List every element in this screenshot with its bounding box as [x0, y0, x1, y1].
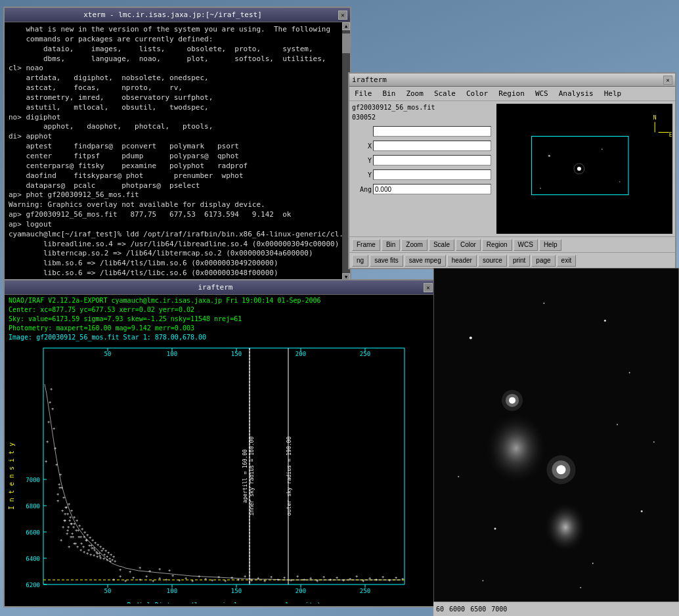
- svg-text:200: 200: [296, 588, 306, 594]
- svg-point-207: [502, 390, 523, 411]
- scrollbar-up[interactable]: ▲: [342, 22, 350, 30]
- btn-header[interactable]: header: [447, 255, 477, 267]
- astro-status-val3: 6500: [470, 605, 486, 613]
- svg-text:50: 50: [104, 588, 112, 594]
- svg-text:+: +: [49, 400, 51, 405]
- svg-text:7000: 7000: [26, 477, 40, 483]
- svg-text:250: 250: [360, 351, 370, 357]
- svg-text:+: +: [45, 459, 47, 464]
- plot-svg: 6200 6400 6600 6800 7000: [7, 345, 433, 604]
- svg-text:150: 150: [231, 588, 242, 594]
- svg-text:+: +: [77, 535, 80, 540]
- btn-scale[interactable]: Scale: [429, 239, 454, 251]
- btn-page[interactable]: page: [531, 255, 555, 267]
- svg-text:+: +: [71, 531, 74, 537]
- svg-text:+: +: [64, 505, 67, 510]
- svg-text:+: +: [211, 578, 213, 583]
- astro-status-val4: 7000: [491, 605, 507, 613]
- svg-text:6600: 6600: [26, 529, 40, 536]
- svg-text:50: 50: [104, 351, 112, 357]
- astro-image-svg: [434, 269, 678, 615]
- btn-save-fits[interactable]: save fits: [370, 255, 403, 267]
- plot-data: +++ +++ +++ +++ +++ +++ +++ +++ +++ +++ …: [45, 384, 404, 584]
- svg-text:+: +: [296, 574, 299, 579]
- menu-bin[interactable]: Bin: [380, 88, 399, 99]
- field-input-ang[interactable]: [373, 184, 491, 194]
- iraf-viewer-title: irafterm: [352, 76, 387, 84]
- menu-color[interactable]: Color: [464, 88, 491, 99]
- menu-help[interactable]: Help: [602, 88, 624, 99]
- svg-text:N: N: [653, 115, 657, 121]
- svg-text:+: +: [342, 578, 345, 583]
- svg-point-217: [458, 476, 459, 477]
- svg-text:100: 100: [167, 588, 177, 594]
- btn-print[interactable]: print: [508, 255, 530, 267]
- btn-frame[interactable]: Frame: [352, 239, 380, 251]
- iraf-plot-close[interactable]: ✕: [424, 283, 433, 292]
- btn-ng[interactable]: ng: [352, 255, 368, 267]
- field-row-y2: Y: [352, 168, 491, 181]
- field-label-x: X: [352, 143, 372, 150]
- svg-text:+: +: [114, 559, 116, 564]
- btn-exit[interactable]: exit: [557, 255, 577, 267]
- svg-text:+: +: [129, 569, 131, 575]
- svg-text:+: +: [75, 528, 77, 533]
- svg-text:E: E: [669, 132, 672, 138]
- astro-statusbar: 60 6000 6500 7000: [433, 602, 679, 616]
- svg-text:+: +: [99, 554, 101, 559]
- svg-text:+: +: [56, 492, 59, 497]
- svg-text:+: +: [112, 554, 115, 560]
- svg-text:+: +: [80, 541, 83, 546]
- xterm-content: what is new in the version of the system…: [5, 22, 342, 281]
- svg-text:+: +: [50, 387, 53, 392]
- iraf-toolbar2: ng save fits save mpeg header source pri…: [349, 252, 675, 268]
- svg-text:+: +: [56, 498, 59, 504]
- btn-source[interactable]: source: [478, 255, 507, 267]
- svg-text:+: +: [124, 579, 127, 584]
- svg-text:+: +: [355, 574, 358, 579]
- svg-text:6200: 6200: [26, 582, 40, 588]
- menu-wcs[interactable]: WCS: [533, 88, 551, 99]
- iraf-controls: gf20030912_56_mos.fit 030052 X Y Y Ang: [349, 101, 494, 236]
- svg-text:+: +: [53, 426, 55, 431]
- iraf-viewer-close[interactable]: ✕: [663, 76, 672, 85]
- menu-scale[interactable]: Scale: [431, 88, 458, 99]
- svg-text:+: +: [148, 569, 151, 574]
- btn-zoom[interactable]: Zoom: [401, 239, 427, 251]
- btn-wcs[interactable]: WCS: [514, 239, 538, 251]
- svg-text:+: +: [290, 578, 292, 583]
- svg-point-6: [619, 181, 621, 183]
- svg-text:+: +: [139, 577, 141, 583]
- svg-text:+: +: [60, 538, 62, 543]
- btn-help[interactable]: Help: [539, 239, 562, 251]
- svg-text:inner sky radius = 160.00: inner sky radius = 160.00: [249, 437, 255, 516]
- svg-text:+: +: [139, 565, 141, 571]
- field-row-x: X: [352, 139, 491, 152]
- menu-analysis[interactable]: Analysis: [556, 88, 596, 99]
- field-label-y2: Y: [352, 171, 372, 179]
- svg-text:+: +: [152, 579, 154, 584]
- btn-bin[interactable]: Bin: [382, 239, 400, 251]
- field-input-x[interactable]: [373, 141, 491, 151]
- field-label-y1: Y: [352, 157, 372, 164]
- svg-text:150: 150: [231, 351, 242, 357]
- btn-save-mpeg[interactable]: save mpeg: [405, 255, 446, 267]
- svg-text:250: 250: [360, 588, 370, 594]
- xterm-close-button[interactable]: ✕: [338, 11, 347, 20]
- field-input-1[interactable]: [373, 126, 491, 137]
- menu-zoom[interactable]: Zoom: [403, 88, 426, 99]
- iraf-viewer-titlebar: irafterm ✕: [349, 74, 675, 87]
- btn-color[interactable]: Color: [456, 239, 481, 251]
- svg-text:+: +: [168, 568, 171, 573]
- svg-point-4: [548, 155, 550, 157]
- field-input-y2[interactable]: [373, 169, 491, 180]
- field-input-y1[interactable]: [373, 155, 491, 165]
- btn-region[interactable]: Region: [482, 239, 512, 251]
- menu-file[interactable]: File: [352, 88, 375, 99]
- field-label-ang: Ang: [352, 186, 372, 193]
- svg-text:+: +: [76, 518, 78, 523]
- scrollbar-thumb[interactable]: [342, 33, 350, 53]
- svg-text:100: 100: [167, 351, 177, 357]
- svg-text:+: +: [68, 544, 70, 550]
- menu-region[interactable]: Region: [496, 88, 527, 99]
